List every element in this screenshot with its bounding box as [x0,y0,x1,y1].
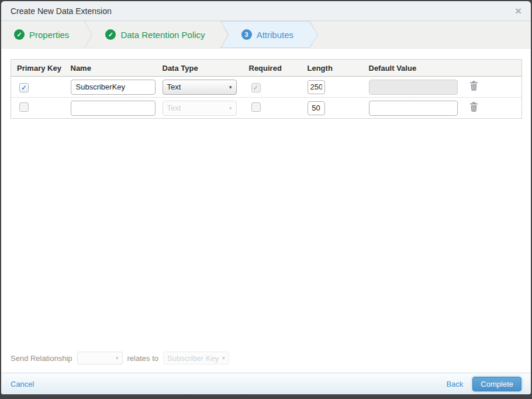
step-attributes-label: Attributes [257,30,293,40]
step-separator-chevron-icon [220,21,229,49]
default-value-input[interactable] [369,101,458,116]
step-data-retention-policy[interactable]: ✓ Data Retention Policy [92,21,220,48]
relates-to-label: relates to [127,354,158,363]
relates-to-target-select-disabled: Subscriber Key ▾ [163,352,229,364]
dialog-footer: Cancel Back Complete [1,373,531,394]
length-input[interactable] [308,101,325,115]
name-input[interactable] [71,101,156,116]
chevron-down-icon: ▾ [229,84,232,90]
chevron-down-icon: ▾ [229,105,232,111]
column-header-primary-key: Primary Key [11,60,65,77]
send-relationship-label: Send Relationship [11,354,72,363]
primary-key-checkbox[interactable] [19,102,29,112]
close-icon[interactable]: × [515,5,521,16]
name-input[interactable] [71,80,156,95]
column-header-default-value: Default Value [363,60,462,77]
attribute-row-subscriberkey: ✓ Text ▾ ✓ [11,77,522,98]
cancel-link[interactable]: Cancel [11,380,34,388]
step-properties-label: Properties [29,30,69,40]
attribute-row-empty: Text ▾ [11,98,522,119]
column-header-length: Length [302,60,363,77]
step-properties[interactable]: ✓ Properties [1,21,84,48]
data-type-select-disabled: Text ▾ [163,101,237,116]
required-checkbox-disabled: ✓ [251,83,261,92]
wizard-steps: ✓ Properties ✓ Data Retention Policy 3 A… [1,21,531,49]
required-checkbox[interactable] [251,102,261,112]
chevron-down-icon: ▾ [222,355,225,361]
data-type-select[interactable]: Text ▾ [163,80,237,95]
step-complete-check-icon: ✓ [105,29,116,40]
column-header-data-type: Data Type [157,60,243,77]
complete-button[interactable]: Complete [472,377,521,391]
dialog-titlebar: Create New Data Extension × [1,1,531,21]
dialog-content: Primary Key Name Data Type Required Leng… [1,49,531,373]
create-data-extension-dialog: Create New Data Extension × ✓ Properties… [1,1,531,394]
trash-icon[interactable] [469,81,478,93]
dialog-title: Create New Data Extension [11,6,112,16]
column-header-actions [462,60,522,77]
column-header-required: Required [243,60,302,77]
attributes-table: Primary Key Name Data Type Required Leng… [11,59,522,119]
send-relationship-row: Send Relationship ▾ relates to Subscribe… [11,352,229,364]
step-attributes[interactable]: 3 Attributes [220,21,318,48]
trash-icon[interactable] [469,102,478,114]
column-header-name: Name [65,60,157,77]
default-value-input-disabled [369,80,458,95]
length-input[interactable] [308,80,325,94]
step-complete-check-icon: ✓ [14,29,25,40]
attributes-table-header-row: Primary Key Name Data Type Required Leng… [11,60,522,77]
primary-key-checkbox[interactable]: ✓ [19,83,29,92]
chevron-down-icon: ▾ [116,355,119,361]
step-separator-chevron-icon [84,21,92,49]
back-link[interactable]: Back [446,380,463,388]
step-data-retention-policy-label: Data Retention Policy [120,30,205,40]
step-number-badge: 3 [241,29,252,40]
send-relationship-field-select-disabled: ▾ [77,352,123,364]
